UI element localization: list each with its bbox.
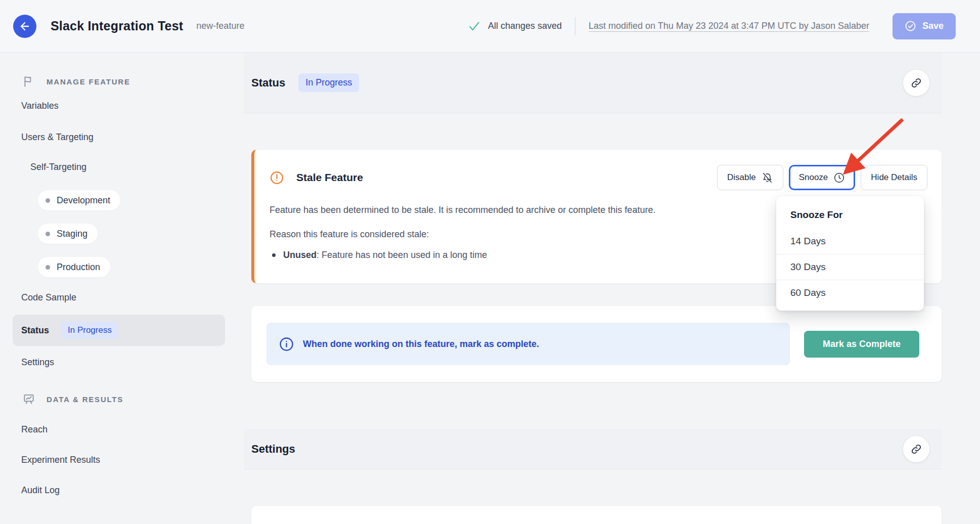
env-label: Development <box>57 195 110 206</box>
hide-details-button-label: Hide Details <box>871 172 917 183</box>
copy-link-button[interactable] <box>903 436 929 462</box>
sidebar-section-label: DATA & RESULTS <box>47 395 123 404</box>
stale-card-title: Stale Feature <box>296 171 363 184</box>
sidebar-item-settings[interactable]: Settings <box>21 357 54 368</box>
presentation-chart-icon <box>22 392 35 406</box>
sidebar-section-label: MANAGE FEATURE <box>47 77 130 86</box>
link-icon <box>910 443 922 455</box>
page-title: Slack Integration Test <box>51 19 183 33</box>
bell-off-icon <box>762 172 773 184</box>
hide-details-button[interactable]: Hide Details <box>861 165 927 190</box>
stale-card-actions: Disable Snooze <box>717 165 927 190</box>
bullet-icon <box>272 253 276 257</box>
sidebar-item-users-targeting[interactable]: Users & Targeting <box>21 132 94 143</box>
flag-icon <box>22 75 35 88</box>
stale-reason-detail: : Feature has not been used in a long ti… <box>317 250 487 260</box>
sidebar-item-env-development[interactable]: Development <box>38 190 120 210</box>
info-banner: When done working on this feature, mark … <box>266 323 790 365</box>
arrow-left-icon <box>19 20 31 32</box>
sidebar-item-code-sample[interactable]: Code Sample <box>21 292 76 303</box>
disable-button-label: Disable <box>727 172 756 183</box>
feature-key: new-feature <box>196 21 244 31</box>
snooze-button[interactable]: Snooze <box>789 165 856 190</box>
top-bar: Slack Integration Test new-feature All c… <box>0 0 980 53</box>
check-circle-icon <box>905 20 916 32</box>
sidebar-item-env-staging[interactable]: Staging <box>38 224 98 244</box>
stale-card-header: Stale Feature Disable <box>270 165 927 190</box>
sidebar-section-manage-feature: MANAGE FEATURE <box>22 75 130 88</box>
main-content: Status In Progress Stale Featu <box>244 53 942 524</box>
settings-section-header: Settings <box>244 429 942 469</box>
back-button[interactable] <box>13 15 36 38</box>
status-section-header: Status In Progress <box>244 53 942 113</box>
status-badge: In Progress <box>61 322 118 339</box>
sidebar-item-audit-log[interactable]: Audit Log <box>21 485 60 496</box>
snooze-menu-title: Snooze For <box>776 207 924 229</box>
env-dot-icon <box>46 198 50 203</box>
sidebar-item-self-targeting[interactable]: Self-Targeting <box>30 162 86 172</box>
snooze-dropdown-menu: Snooze For 14 Days 30 Days 60 Days <box>776 196 924 311</box>
status-section-badge: In Progress <box>298 73 359 92</box>
sidebar-section-data-results: DATA & RESULTS <box>22 392 123 406</box>
env-dot-icon <box>46 232 50 236</box>
warning-circle-icon <box>270 170 284 185</box>
sidebar-item-variables[interactable]: Variables <box>21 101 59 111</box>
settings-section-title: Settings <box>251 443 295 456</box>
next-section-card <box>251 506 942 524</box>
complete-card: When done working on this feature, mark … <box>251 306 942 382</box>
env-label: Production <box>57 262 100 273</box>
disable-button[interactable]: Disable <box>717 165 783 190</box>
snooze-button-label: Snooze <box>799 172 828 183</box>
sidebar-item-reach[interactable]: Reach <box>21 424 48 435</box>
env-label: Staging <box>57 229 87 239</box>
stale-reason-text: Unused: Feature has not been used in a l… <box>283 248 487 261</box>
mark-as-complete-button[interactable]: Mark as Complete <box>804 331 919 358</box>
saved-status: All changes saved <box>468 20 562 33</box>
sidebar-item-env-production[interactable]: Production <box>38 257 110 277</box>
info-circle-icon <box>279 336 294 352</box>
sidebar-status-label: Status <box>21 325 49 336</box>
feature-editor-page: Slack Integration Test new-feature All c… <box>0 0 980 524</box>
save-button[interactable]: Save <box>893 13 956 39</box>
top-bar-right: All changes saved Last modified on Thu M… <box>468 13 956 39</box>
stale-reason-term: Unused <box>283 250 317 260</box>
sidebar-item-experiment-results[interactable]: Experiment Results <box>21 455 100 465</box>
sidebar: MANAGE FEATURE Variables Users & Targeti… <box>0 53 234 524</box>
divider <box>575 17 575 35</box>
sidebar-item-status[interactable]: Status In Progress <box>13 315 225 346</box>
env-dot-icon <box>46 265 50 270</box>
copy-link-button[interactable] <box>903 70 929 96</box>
status-section-title: Status <box>251 76 285 90</box>
snooze-option-14-days[interactable]: 14 Days <box>776 229 924 254</box>
link-icon <box>910 77 922 89</box>
snooze-option-60-days[interactable]: 60 Days <box>776 280 924 305</box>
saved-status-text: All changes saved <box>488 21 562 31</box>
check-icon <box>468 20 481 33</box>
snooze-option-30-days[interactable]: 30 Days <box>776 254 924 280</box>
last-modified-text[interactable]: Last modified on Thu May 23 2024 at 3:47… <box>589 21 869 31</box>
clock-icon <box>833 172 845 184</box>
info-banner-text: When done working on this feature, mark … <box>303 339 539 350</box>
save-button-label: Save <box>922 21 944 31</box>
